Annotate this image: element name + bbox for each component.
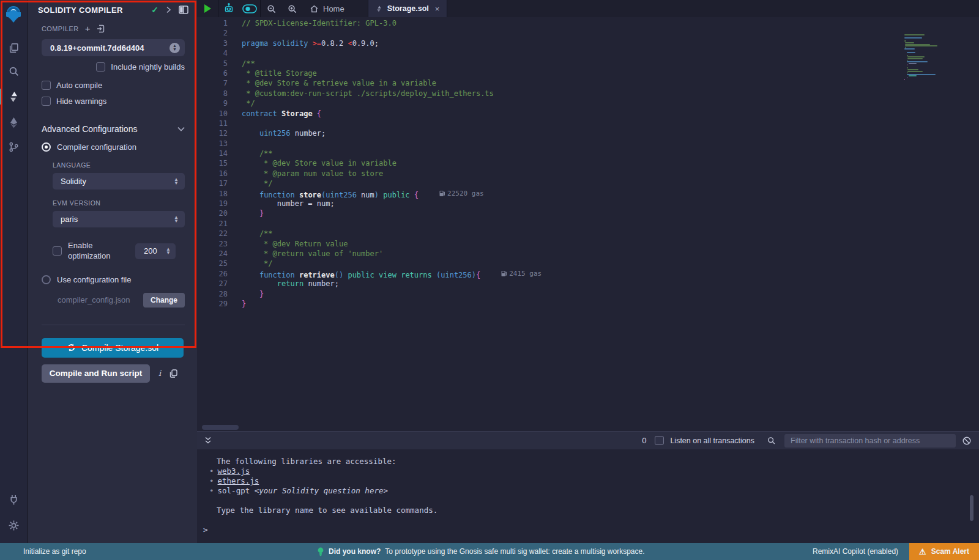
nightly-builds-label: Include nightly builds (111, 62, 185, 72)
library-link[interactable]: web3.js (218, 466, 250, 476)
plugin-manager-icon[interactable] (0, 490, 28, 509)
code-line: 28 } (197, 289, 979, 299)
tab-storage-sol[interactable]: Storage.sol × (368, 0, 448, 17)
config-file-name: compiler_config.json (58, 295, 143, 304)
transaction-count: 0 (642, 436, 646, 445)
line-number: 3 (197, 39, 228, 48)
ai-copilot-robot-icon[interactable] (218, 0, 239, 17)
line-number: 19 (197, 199, 228, 208)
line-number: 13 (197, 139, 228, 149)
language-value: Solidity (61, 177, 174, 186)
nightly-builds-checkbox[interactable] (96, 62, 105, 72)
run-script-play-button[interactable] (197, 0, 218, 17)
optimization-runs-value: 200 (144, 246, 166, 256)
advanced-configurations-toggle[interactable]: Advanced Configurations (42, 124, 185, 134)
gas-estimate-badge: 2415 gas (501, 269, 542, 279)
code-line: 16 * @param num value to store (197, 169, 979, 179)
number-stepper-icon[interactable]: ▲▼ (166, 248, 171, 255)
file-explorer-icon[interactable] (0, 39, 28, 57)
terminal-hint-line: Type the library name to see available c… (217, 506, 979, 515)
git-init-button[interactable]: Initialize as git repo (0, 547, 86, 556)
compiler-configuration-radio[interactable] (42, 142, 51, 152)
code-line: 27 return number; (197, 279, 979, 289)
hide-warnings-checkbox[interactable] (42, 97, 51, 106)
line-number: 23 (197, 239, 228, 249)
auto-compile-checkbox[interactable] (42, 81, 51, 90)
code-line: 6 * @title Storage (197, 68, 979, 78)
remix-logo-icon[interactable] (4, 4, 23, 24)
info-icon[interactable]: i (158, 369, 161, 378)
terminal-search-icon[interactable] (767, 436, 776, 445)
copilot-toggle-switch[interactable] (239, 0, 260, 17)
line-number: 26 (197, 269, 228, 279)
compile-button[interactable]: Compile Storage.sol (42, 338, 184, 358)
gas-estimate-badge: 22520 gas (439, 189, 484, 199)
chevron-right-icon[interactable] (166, 6, 171, 13)
scam-alert-badge[interactable]: ⚠ Scam Alert (909, 543, 979, 560)
listen-transactions-checkbox[interactable] (655, 436, 664, 445)
code-line: 7 * @dev Store & retrieve value in a var… (197, 78, 979, 88)
change-config-button[interactable]: Change (143, 293, 185, 308)
evm-version-select[interactable]: paris ▲▼ (53, 211, 185, 227)
git-icon[interactable] (0, 138, 28, 156)
terminal-header: 0 Listen on all transactions (197, 431, 979, 449)
add-compiler-icon[interactable]: + (85, 23, 91, 34)
code-line: 22 /** (197, 229, 979, 238)
line-number: 29 (197, 299, 228, 309)
pin-panel-icon[interactable] (179, 6, 188, 14)
code-editor[interactable]: 1// SPDX-License-Identifier: GPL-3.023pr… (197, 17, 979, 431)
copy-icon[interactable] (169, 369, 177, 378)
line-number: 8 (197, 89, 228, 98)
language-label: LANGUAGE (53, 161, 185, 169)
terminal-scrollbar[interactable] (970, 495, 973, 521)
solidity-file-icon (376, 5, 382, 13)
open-file-icon[interactable] (97, 24, 105, 33)
compiler-version-value: 0.8.19+commit.7dd6d404 (50, 43, 169, 53)
deploy-and-run-icon[interactable] (0, 113, 28, 131)
optimization-runs-input[interactable]: 200 ▲▼ (135, 243, 176, 259)
terminal-solgpt-line: •sol-gpt <your Solidity question here> (209, 486, 979, 496)
zoom-out-icon[interactable] (261, 0, 281, 17)
minimap[interactable] (904, 34, 941, 80)
use-configuration-file-radio[interactable] (42, 275, 51, 284)
line-number: 17 (197, 179, 228, 188)
expand-terminal-icon[interactable] (204, 437, 212, 444)
compile-button-label: Compile Storage.sol (81, 343, 158, 353)
terminal[interactable]: The following libraries are accessible: … (197, 449, 979, 543)
code-line: 9 */ (197, 98, 979, 108)
listen-transactions-label: Listen on all transactions (670, 437, 754, 445)
search-icon[interactable] (0, 62, 28, 80)
enable-optimization-checkbox[interactable] (53, 246, 62, 256)
did-you-know-tip: Did you know? To prototype using the Gno… (317, 547, 645, 556)
code-line: 13 (197, 139, 979, 149)
terminal-prompt[interactable]: > (203, 525, 208, 534)
compiler-version-dropdown[interactable]: 0.8.19+commit.7dd6d404 ▲▼ (42, 39, 185, 56)
line-number: 24 (197, 249, 228, 259)
tab-home[interactable]: Home (302, 0, 352, 17)
code-line: 14 /** (197, 149, 979, 158)
clear-console-icon[interactable] (962, 436, 972, 446)
close-tab-icon[interactable]: × (435, 4, 440, 13)
select-arrows-icon: ▲▼ (174, 178, 179, 185)
horizontal-scrollbar[interactable] (202, 425, 239, 430)
version-stepper-icon: ▲▼ (169, 43, 180, 53)
settings-gear-icon[interactable] (0, 516, 28, 534)
solidity-compiler-icon[interactable] (0, 87, 28, 106)
use-configuration-file-label: Use configuration file (57, 275, 131, 284)
solidity-compiler-panel: SOLIDITY COMPILER ✓ COMPILER + (28, 0, 197, 543)
code-line: 11 (197, 119, 979, 128)
code-line: 3pragma solidity >=0.8.2 <0.9.0; (197, 39, 979, 48)
warning-icon: ⚠ (919, 547, 926, 556)
code-line: 5/** (197, 59, 979, 68)
compile-and-run-button[interactable]: Compile and Run script (42, 364, 150, 383)
transaction-filter-input[interactable] (784, 434, 956, 448)
line-number: 2 (197, 28, 228, 38)
terminal-intro-line: The following libraries are accessible: (217, 457, 979, 466)
language-select[interactable]: Solidity ▲▼ (53, 173, 185, 190)
copilot-status[interactable]: RemixAI Copilot (enabled) (813, 547, 898, 556)
library-link[interactable]: ethers.js (218, 476, 259, 485)
enable-optimization-label: Enable optimization (68, 241, 127, 262)
line-number: 12 (197, 128, 228, 138)
select-arrows-icon: ▲▼ (174, 216, 179, 223)
zoom-in-icon[interactable] (281, 0, 302, 17)
